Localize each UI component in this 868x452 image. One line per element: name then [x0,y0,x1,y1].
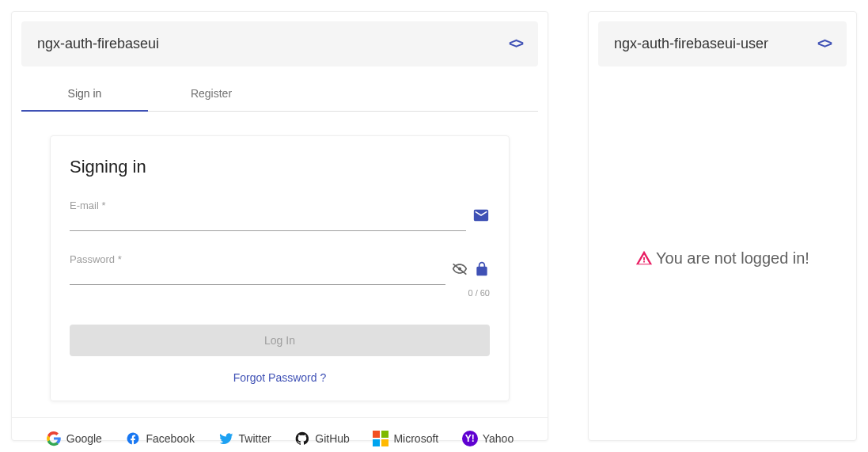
provider-label: Twitter [239,432,271,445]
provider-twitter[interactable]: Twitter [218,431,271,446]
panel-header: ngx-auth-firebaseui-user <> [598,21,847,66]
tab-register[interactable]: Register [148,76,275,111]
forgot-wrap: Forgot Password ? [70,370,490,385]
visibility-off-icon[interactable] [452,261,468,277]
provider-github[interactable]: GitHub [294,431,350,446]
provider-microsoft[interactable]: Microsoft [373,431,438,446]
email-label: E-mail * [70,199,466,211]
signin-card: Signing in E-mail * Password * [50,135,510,401]
microsoft-icon [373,431,389,446]
provider-yahoo[interactable]: Y! Yahoo [462,431,514,446]
user-panel: ngx-auth-firebaseui-user <> You are not … [588,11,857,441]
email-field-wrap: E-mail * [70,199,490,231]
panel-header: ngx-auth-firebaseui <> [21,21,538,66]
mail-icon [472,207,490,224]
card-title: Signing in [70,157,490,177]
provider-label: Google [66,432,102,445]
code-icon[interactable]: <> [509,36,522,52]
facebook-icon [125,431,141,446]
provider-facebook[interactable]: Facebook [125,431,194,446]
user-panel-body: You are not logged in! [589,76,856,440]
twitter-icon [218,431,234,446]
password-label: Password * [70,253,445,265]
provider-label: Facebook [146,432,194,445]
providers-row: Google Facebook Twitter GitHub Microsoft [12,417,548,452]
lock-icon [474,261,490,277]
provider-label: Microsoft [393,432,438,445]
yahoo-icon: Y! [462,431,478,446]
github-icon [294,431,310,446]
password-field-wrap: Password * 0 / 60 [70,253,490,298]
login-button[interactable]: Log In [70,325,490,356]
password-field[interactable] [70,266,445,279]
provider-label: GitHub [315,432,350,445]
provider-google[interactable]: Google [46,431,102,446]
not-logged-text: You are not logged in! [656,249,809,268]
google-icon [46,431,62,446]
password-counter: 0 / 60 [70,288,490,298]
code-icon[interactable]: <> [817,36,831,52]
panel-title: ngx-auth-firebaseui [37,36,159,52]
panel-title: ngx-auth-firebaseui-user [614,36,768,52]
provider-label: Yahoo [483,432,514,445]
warning-icon [635,249,653,267]
auth-tabs: Sign in Register [21,76,538,112]
auth-panel: ngx-auth-firebaseui <> Sign in Register … [11,11,548,441]
not-logged-message: You are not logged in! [635,249,809,268]
forgot-password-link[interactable]: Forgot Password ? [233,371,327,384]
email-field[interactable] [70,212,466,225]
tab-signin[interactable]: Sign in [21,76,148,111]
